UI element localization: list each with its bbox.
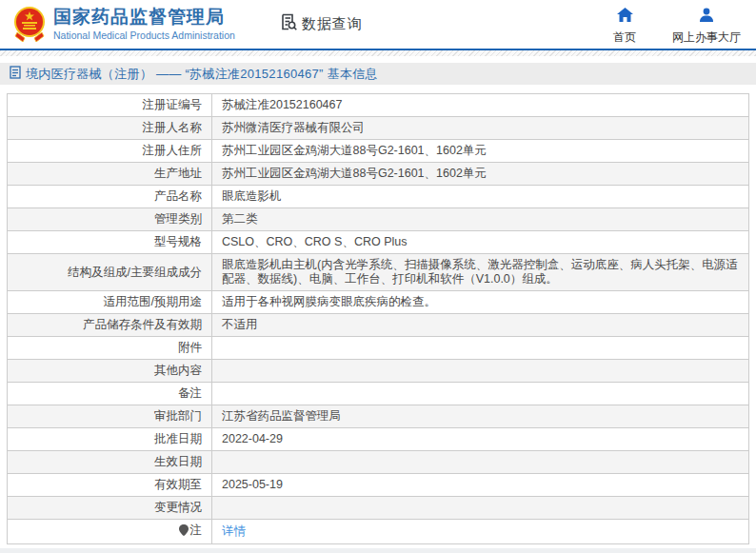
row-label: 变更情况: [8, 497, 212, 520]
row-label-text: 有效期至: [154, 478, 202, 491]
row-label: 审批部门: [8, 405, 212, 428]
table-row: 注册人住所苏州工业园区金鸡湖大道88号G2-1601、1602单元: [8, 140, 749, 163]
row-label: 其他内容: [8, 360, 212, 383]
table-row: 管理类别第二类: [8, 208, 749, 231]
page-title: 国家药品监督管理局: [53, 7, 235, 28]
row-value: CSLO、CRO、CRO S、CRO Plus: [212, 231, 749, 254]
page-subtitle: National Medical Products Administration: [53, 30, 235, 41]
footer-band: [0, 548, 756, 553]
page: 国家药品监督管理局 National Medical Products Admi…: [0, 0, 756, 553]
data-query-nav[interactable]: 数据查询: [279, 12, 363, 35]
row-label-text: 批准日期: [154, 432, 202, 445]
nav-home[interactable]: 首页: [606, 8, 644, 46]
table-row: 注册证编号苏械注准20152160467: [8, 94, 749, 117]
row-label: 生效日期: [8, 451, 212, 474]
row-value-text: 江苏省药品监督管理局: [222, 409, 341, 423]
home-icon: [617, 8, 633, 26]
row-label: 适用范围/预期用途: [8, 291, 212, 314]
details-link[interactable]: 详情: [222, 524, 246, 538]
row-label: 结构及组成/主要组成成分: [8, 254, 212, 291]
row-value: 苏械注准20152160467: [212, 94, 749, 117]
row-value: 江苏省药品监督管理局: [212, 405, 749, 428]
registration-info-table-wrap: 注册证编号苏械注准20152160467注册人名称苏州微清医疗器械有限公司注册人…: [7, 93, 749, 544]
nav-service-hall[interactable]: 网上办事大厅: [672, 8, 741, 46]
document-icon: [10, 66, 21, 82]
data-query-label: 数据查询: [302, 15, 363, 33]
row-value-text: 不适用: [222, 318, 258, 331]
row-value: 第二类: [212, 208, 749, 231]
row-label: 注册人名称: [8, 117, 212, 140]
registration-info-table: 注册证编号苏械注准20152160467注册人名称苏州微清医疗器械有限公司注册人…: [7, 93, 749, 544]
table-row: 产品名称眼底造影机: [8, 186, 749, 208]
row-label: 产品储存条件及有效期: [8, 314, 212, 337]
row-label: 有效期至: [8, 474, 212, 497]
row-value: [212, 451, 749, 474]
row-value: 眼底造影机: [212, 186, 749, 208]
breadcrumb-text: 境内医疗器械（注册） —— “苏械注准20152160467” 基本信息: [26, 66, 378, 83]
row-label-text: 生效日期: [154, 455, 202, 468]
row-label-text: 结构及组成/主要组成成分: [68, 266, 202, 279]
row-label-text: 注册人住所: [143, 144, 203, 157]
header-nav: 首页 网上办事大厅: [606, 8, 741, 46]
row-value-text: CSLO、CRO、CRO S、CRO Plus: [222, 235, 407, 248]
row-label: 备注: [8, 383, 212, 405]
table-row: 型号规格CSLO、CRO、CRO S、CRO Plus: [8, 231, 749, 254]
hatch-divider: [0, 50, 756, 56]
row-value: 苏州微清医疗器械有限公司: [212, 117, 749, 140]
row-label-text: 注册证编号: [143, 98, 203, 111]
row-label-text: 备注: [178, 386, 202, 400]
table-row: 其他内容: [8, 360, 749, 383]
table-row: 生效日期: [8, 451, 749, 474]
row-label: 管理类别: [8, 208, 212, 231]
national-emblem-icon: [13, 6, 46, 42]
table-row: 适用范围/预期用途适用于各种视网膜病变眼底疾病的检查。: [8, 291, 749, 314]
row-value: [212, 383, 749, 405]
row-label-text: 适用范围/预期用途: [104, 295, 202, 308]
user-icon: [699, 8, 714, 26]
row-value-text: 苏州微清医疗器械有限公司: [222, 121, 365, 134]
row-value: 眼底造影机由主机(内含光学系统、扫描摄像系统、激光器控制盒、运动底座、病人头托架…: [212, 254, 749, 291]
row-label-text: 注: [190, 523, 203, 537]
table-row: 产品储存条件及有效期不适用: [8, 314, 749, 337]
row-value: 详情: [212, 520, 749, 544]
row-value: 苏州工业园区金鸡湖大道88号G2-1601、1602单元: [212, 163, 749, 186]
breadcrumb: 境内医疗器械（注册） —— “苏械注准20152160467” 基本信息: [0, 63, 756, 85]
table-row: 审批部门江苏省药品监督管理局: [8, 405, 749, 428]
row-label: 注: [8, 520, 212, 544]
row-value-text: 2025-05-19: [222, 478, 283, 491]
row-value: [212, 497, 749, 520]
row-value-text: 眼底造影机由主机(内含光学系统、扫描摄像系统、激光器控制盒、运动底座、病人头托架…: [222, 258, 738, 286]
row-value-text: 第二类: [222, 212, 258, 226]
site-header: 国家药品监督管理局 National Medical Products Admi…: [0, 0, 756, 50]
row-label-text: 变更情况: [154, 501, 202, 514]
brand-block: 国家药品监督管理局 National Medical Products Admi…: [53, 7, 235, 41]
row-value-text: 2022-04-29: [222, 432, 283, 445]
row-label-text: 产品名称: [154, 189, 202, 203]
row-value: 2022-04-29: [212, 428, 749, 451]
table-row: 附件: [8, 337, 749, 360]
table-row: 批准日期2022-04-29: [8, 428, 749, 451]
table-row: 注册人名称苏州微清医疗器械有限公司: [8, 117, 749, 140]
row-label-text: 生产地址: [154, 167, 202, 180]
table-row: 备注: [8, 383, 749, 405]
row-label-text: 其他内容: [154, 364, 202, 377]
row-label-text: 管理类别: [154, 212, 202, 226]
row-label-text: 产品储存条件及有效期: [83, 318, 202, 331]
row-value: 苏州工业园区金鸡湖大道88号G2-1601、1602单元: [212, 140, 749, 163]
row-value-text: 苏械注准20152160467: [222, 98, 342, 111]
row-value-text: 眼底造影机: [222, 189, 282, 203]
row-value: [212, 360, 749, 383]
row-label-text: 型号规格: [154, 235, 202, 248]
row-value: 2025-05-19: [212, 474, 749, 497]
row-label-text: 附件: [178, 341, 202, 354]
row-label-text: 审批部门: [154, 409, 202, 423]
row-label-text: 注册人名称: [143, 121, 203, 134]
row-label: 批准日期: [8, 428, 212, 451]
row-value: 不适用: [212, 314, 749, 337]
nav-service-hall-label: 网上办事大厅: [672, 30, 741, 46]
table-row: 生产地址苏州工业园区金鸡湖大道88号G2-1601、1602单元: [8, 163, 749, 186]
table-row: 结构及组成/主要组成成分眼底造影机由主机(内含光学系统、扫描摄像系统、激光器控制…: [8, 254, 749, 291]
row-label: 型号规格: [8, 231, 212, 254]
table-row: 有效期至2025-05-19: [8, 474, 749, 497]
table-row: 变更情况: [8, 497, 749, 520]
